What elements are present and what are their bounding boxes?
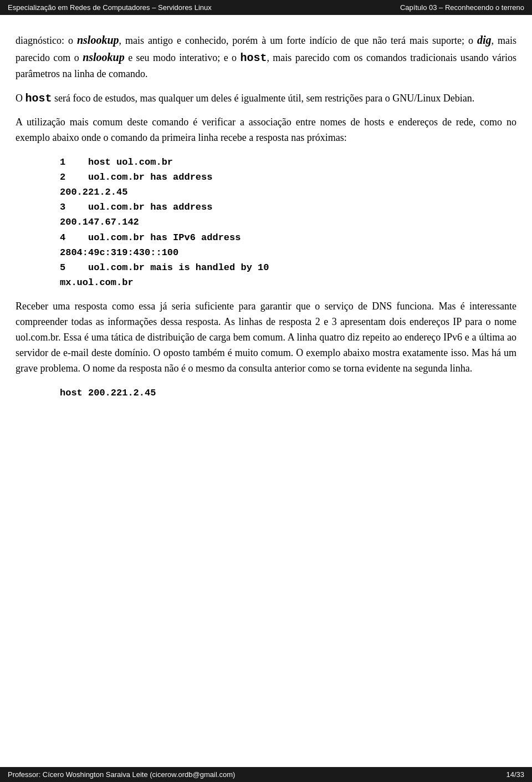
para2-rest: será foco de estudos, mas qualquer um de… <box>52 93 475 104</box>
para1-after-nslookup: , mais antigo e conhecido, porém à um fo… <box>119 35 477 46</box>
para2-start: O <box>16 93 25 104</box>
code-line-6: 4 uol.com.br has IPv6 address <box>60 230 516 245</box>
header-course-title: Especialização em Redes de Computadores … <box>8 3 212 12</box>
nslookup-term-2: nslookup <box>83 51 125 63</box>
code-line-1: 1 host uol.com.br <box>60 155 516 170</box>
code-line-5: 200.147.67.142 <box>60 215 516 230</box>
code-line-9: mx.uol.com.br <box>60 275 516 290</box>
page-footer: Professor: Cícero Woshington Saraiva Lei… <box>0 767 532 782</box>
paragraph-3: A utilização mais comum deste comando é … <box>16 115 516 146</box>
code-block-1: 1 host uol.com.br 2 uol.com.br has addre… <box>60 155 516 291</box>
dig-term: dig <box>477 34 492 46</box>
para1-before-nslookup: diagnóstico: o <box>16 35 77 46</box>
code-line-2: 2 uol.com.br has address <box>60 170 516 185</box>
paragraph-2: O host será foco de estudos, mas qualque… <box>16 90 516 107</box>
code-line-4: 3 uol.com.br has address <box>60 200 516 215</box>
footer-professor: Professor: Cícero Woshington Saraiva Lei… <box>8 770 235 779</box>
code-line-7: 2804:49c:319:430::100 <box>60 245 516 260</box>
code-block-2: host 200.221.2.45 <box>60 385 516 400</box>
para1-after-nslookup2: e seu modo interativo; e o <box>125 52 241 63</box>
paragraph-1: diagnóstico: o nslookup, mais antigo e c… <box>16 32 516 82</box>
paragraph-4: Receber uma resposta como essa já seria … <box>16 299 516 376</box>
host-term-1: host <box>240 52 267 64</box>
main-content: diagnóstico: o nslookup, mais antigo e c… <box>0 15 532 767</box>
code-line-3: 200.221.2.45 <box>60 185 516 200</box>
code2-line-1: host 200.221.2.45 <box>60 385 516 400</box>
host-term-2: host <box>25 92 52 105</box>
nslookup-term-1: nslookup <box>77 34 119 46</box>
page-header: Especialização em Redes de Computadores … <box>0 0 532 15</box>
footer-page-number: 14/33 <box>506 770 524 779</box>
code-line-8: 5 uol.com.br mais is handled by 10 <box>60 260 516 275</box>
header-chapter-title: Capítulo 03 – Reconhecendo o terreno <box>400 3 524 12</box>
